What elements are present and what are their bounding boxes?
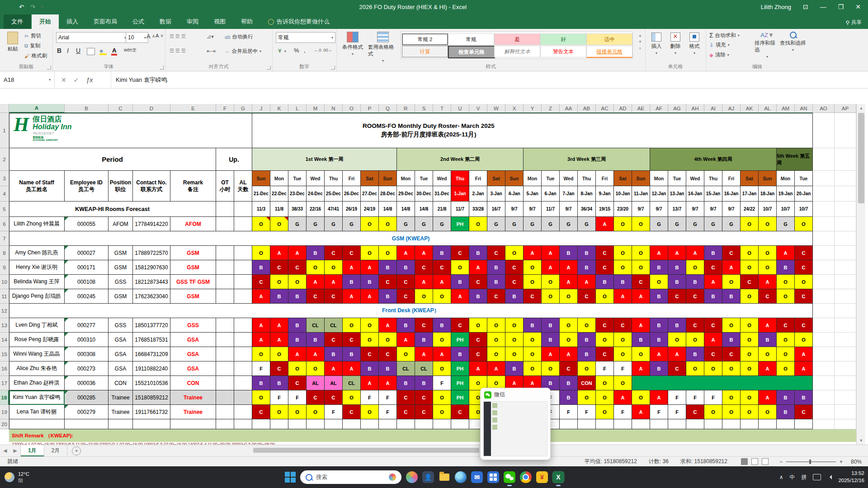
share-button[interactable]: ⚲共享 [846, 19, 862, 26]
shift-cell[interactable]: A [560, 275, 578, 289]
col-header-W[interactable]: W [487, 104, 505, 113]
shift-cell[interactable]: C [704, 347, 722, 361]
shift-cell[interactable]: B [288, 333, 307, 347]
empty-cell[interactable] [813, 148, 835, 171]
shift-cell[interactable]: B [469, 289, 487, 304]
day-date-cell[interactable]: 17-Jan [741, 186, 759, 202]
staff-name-cell[interactable]: Winni Wang 王晶晶 [9, 347, 65, 361]
empty-cell[interactable] [795, 419, 813, 429]
zoom-level[interactable]: 80% [846, 459, 862, 465]
shift-cell[interactable]: C [325, 289, 343, 304]
ribbon-tab-3[interactable]: 页面布局 [86, 14, 125, 29]
col-header-A[interactable]: A [9, 104, 65, 113]
shift-cell[interactable]: A [578, 275, 596, 289]
day-date-cell[interactable]: 7-Jan [560, 186, 578, 202]
ot-cell[interactable] [216, 275, 234, 289]
shift-cell[interactable]: A [686, 246, 704, 260]
shift-cell[interactable]: B [542, 333, 560, 347]
edge-icon[interactable] [455, 471, 467, 483]
cancel-entry-icon[interactable]: ✕ [61, 76, 66, 84]
shift-cell[interactable]: C [505, 275, 524, 289]
wechat-preview-popup[interactable]: 微信 [480, 388, 551, 460]
col-header-Y[interactable]: Y [524, 104, 542, 113]
empty-cell[interactable] [361, 419, 379, 429]
shift-cell[interactable]: O [524, 275, 542, 289]
staff-contact-cell[interactable]: 18501377720 [133, 318, 170, 333]
finance-icon[interactable]: ¥ [536, 471, 548, 483]
staff-contact-cell[interactable]: 19110882240 [133, 361, 170, 376]
row-header-19[interactable]: 19 [0, 405, 9, 419]
empty-cell[interactable] [835, 186, 856, 202]
empty-cell[interactable] [813, 419, 835, 429]
row-header-10[interactable]: 10 [0, 275, 9, 289]
al-cell[interactable] [234, 333, 252, 347]
ot-cell[interactable] [216, 390, 234, 405]
row-header-5[interactable]: 5 [0, 202, 9, 217]
day-date-cell[interactable]: 26-Dec [343, 186, 361, 202]
shift-cell[interactable]: G [650, 217, 668, 231]
shift-cell[interactable]: F [252, 361, 270, 376]
view-shortcuts[interactable] [741, 458, 769, 465]
shift-cell[interactable]: A [596, 217, 614, 231]
shift-cell[interactable]: O [777, 361, 795, 376]
empty-cell[interactable] [813, 333, 835, 347]
empty-cell[interactable] [9, 419, 65, 429]
sheet-nav-left-icon[interactable]: ◀ [0, 448, 10, 454]
folder-icon[interactable] [439, 471, 450, 483]
day-date-cell[interactable]: 9-Jan [596, 186, 614, 202]
shift-cell[interactable]: F [704, 390, 722, 405]
shift-cell[interactable]: C [686, 289, 704, 304]
staff-position-cell[interactable]: CON [108, 376, 133, 390]
shift-cell[interactable]: A [668, 246, 686, 260]
staff-remark-cell[interactable]: GSM [170, 289, 216, 304]
shift-cell[interactable]: A [379, 318, 397, 333]
shift-cell[interactable]: G [686, 217, 704, 231]
shift-cell[interactable]: A [307, 275, 325, 289]
day-name-cell[interactable]: Fri [469, 171, 487, 186]
scroll-up-icon[interactable]: ▲ [857, 104, 866, 112]
row-header-13[interactable]: 13 [0, 318, 9, 333]
decimal-icons[interactable]: ←.0 .00→ [314, 48, 332, 52]
day-name-cell[interactable]: Sat [614, 171, 632, 186]
empty-cell[interactable] [632, 419, 650, 429]
col-header-V[interactable]: V [469, 104, 487, 113]
empty-cell[interactable] [813, 186, 835, 202]
day-name-cell[interactable]: Tue [668, 171, 686, 186]
shift-cell[interactable]: A [270, 333, 288, 347]
forecast-cell[interactable]: 11/7 [542, 202, 560, 217]
cut-button[interactable]: ✂剪切 [24, 33, 41, 39]
shift-cell[interactable]: B [704, 246, 722, 260]
shift-cell[interactable]: A [759, 390, 777, 405]
shift-cell[interactable]: C [469, 275, 487, 289]
shift-cell[interactable]: B [542, 318, 560, 333]
row-header-14[interactable]: 14 [0, 333, 9, 347]
day-date-cell[interactable]: 12-Jan [650, 186, 668, 202]
shift-cell[interactable]: G [722, 217, 741, 231]
staff-name-cell[interactable]: Lena Tan 谭铃丽 [9, 405, 65, 419]
insert-function-icon[interactable]: ƒx [86, 76, 93, 84]
shift-cell[interactable]: F [650, 405, 668, 419]
zoom-out-icon[interactable]: − [779, 459, 783, 465]
shift-cell[interactable]: C [397, 405, 415, 419]
shift-cell[interactable]: A [469, 260, 487, 275]
shift-cell[interactable]: C [596, 260, 614, 275]
wechat-chat-row[interactable] [492, 418, 546, 422]
row-header-4[interactable]: 4 [0, 186, 9, 202]
autosum-button[interactable]: Σ自动求和▾ [709, 32, 740, 39]
format-cells-button[interactable]: 格式▾ [686, 33, 703, 55]
shift-cell[interactable]: O [596, 333, 614, 347]
shift-cell[interactable]: O [270, 275, 288, 289]
empty-cell[interactable] [835, 113, 856, 148]
number-format-combo[interactable]: 常规▾ [276, 32, 335, 43]
shift-cell[interactable]: A [379, 376, 397, 390]
shift-cell[interactable]: C [397, 390, 415, 405]
al-cell[interactable] [234, 217, 252, 231]
col-header-T[interactable]: T [433, 104, 451, 113]
col-header-M[interactable]: M [307, 104, 325, 113]
shift-cell[interactable]: O [252, 390, 270, 405]
staff-id-cell[interactable]: 000108 [65, 275, 108, 289]
ribbon-display-options-icon[interactable]: ⊡ [803, 3, 808, 10]
ot-cell[interactable] [216, 246, 234, 260]
col-header-Q[interactable]: Q [379, 104, 397, 113]
empty-cell[interactable] [596, 419, 614, 429]
